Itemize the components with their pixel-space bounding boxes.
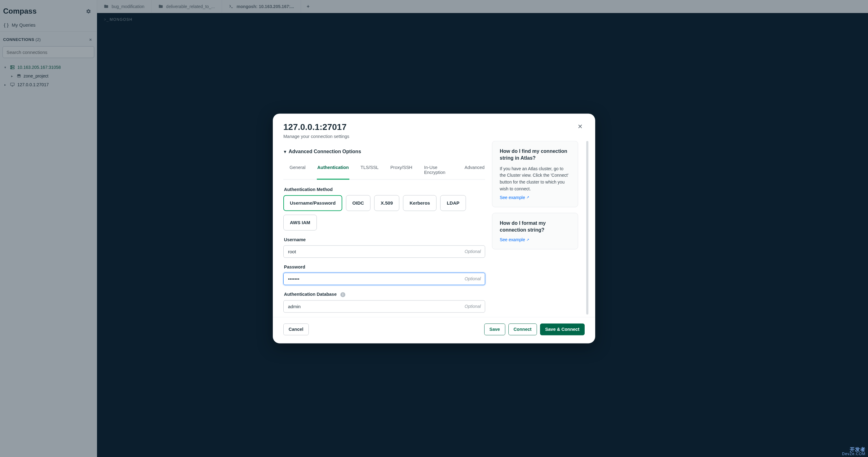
tab-encryption[interactable]: In-Use Encryption — [424, 161, 453, 180]
pill-kerberos[interactable]: Kerberos — [403, 195, 436, 211]
username-label: Username — [284, 237, 485, 242]
username-wrap: Optional — [283, 245, 485, 257]
pill-aws-iam[interactable]: AWS IAM — [283, 215, 317, 231]
authdb-input[interactable] — [283, 300, 485, 313]
pill-x509[interactable]: X.509 — [374, 195, 399, 211]
username-input[interactable] — [283, 245, 485, 257]
modal-title: 127.0.0.1:27017 — [283, 122, 349, 132]
scrollbar[interactable] — [586, 141, 588, 314]
modal-header: 127.0.0.1:27017 Manage your connection s… — [273, 114, 595, 141]
cancel-button[interactable]: Cancel — [283, 324, 309, 335]
advanced-options-toggle[interactable]: ▾ Advanced Connection Options — [283, 141, 485, 156]
help2-link-text: See example — [500, 238, 525, 242]
help-card-atlas: How do I find my connection string in At… — [492, 141, 578, 207]
tab-tls[interactable]: TLS/SSL — [360, 161, 379, 180]
pill-username-password[interactable]: Username/Password — [283, 195, 342, 211]
advanced-options-label: Advanced Connection Options — [289, 149, 361, 154]
authdb-wrap: Optional — [283, 300, 485, 313]
connection-modal: 127.0.0.1:27017 Manage your connection s… — [273, 114, 595, 343]
authdb-label-text: Authentication Database — [284, 292, 337, 297]
modal-right-column: How do I find my connection string in At… — [492, 141, 578, 314]
info-icon[interactable]: i — [340, 293, 345, 297]
connect-button[interactable]: Connect — [508, 324, 537, 335]
pill-ldap[interactable]: LDAP — [440, 195, 466, 211]
connection-tabs: General Authentication TLS/SSL Proxy/SSH… — [283, 161, 485, 180]
watermark-l2: DevZe.COM — [842, 452, 866, 456]
help1-link-text: See example — [500, 195, 525, 200]
tab-general[interactable]: General — [289, 161, 306, 180]
footer-right: Save Connect Save & Connect — [484, 324, 585, 335]
modal-left-column: ▾ Advanced Connection Options General Au… — [283, 141, 485, 314]
modal-body: ▾ Advanced Connection Options General Au… — [273, 141, 595, 317]
help-card-format: How do I format my connection string? Se… — [492, 213, 578, 250]
help1-body: If you have an Atlas cluster, go to the … — [500, 165, 570, 192]
modal-footer: Cancel Save Connect Save & Connect — [273, 317, 595, 343]
help2-link[interactable]: See example ↗ — [500, 238, 529, 242]
password-wrap: Optional — [283, 273, 485, 285]
pill-oidc[interactable]: OIDC — [346, 195, 371, 211]
external-link-icon: ↗ — [526, 238, 529, 242]
tab-advanced[interactable]: Advanced — [464, 161, 486, 180]
close-button[interactable]: ✕ — [576, 122, 585, 131]
save-button[interactable]: Save — [484, 324, 505, 335]
watermark: 开发者 DevZe.COM — [842, 447, 866, 456]
authdb-label: Authentication Database i — [284, 292, 485, 297]
chevron-down-icon: ▾ — [284, 149, 286, 154]
help1-link[interactable]: See example ↗ — [500, 195, 529, 200]
tab-authentication[interactable]: Authentication — [317, 161, 350, 180]
auth-method-label: Authentication Method — [284, 187, 485, 192]
help1-title: How do I find my connection string in At… — [500, 148, 570, 162]
watermark-l1: 开发者 — [842, 447, 866, 452]
auth-method-pills: Username/Password OIDC X.509 Kerberos LD… — [283, 195, 485, 231]
tab-proxy[interactable]: Proxy/SSH — [390, 161, 413, 180]
help2-title: How do I format my connection string? — [500, 220, 570, 234]
password-input[interactable] — [283, 273, 485, 285]
password-label: Password — [284, 265, 485, 269]
external-link-icon: ↗ — [526, 195, 529, 200]
modal-subtitle: Manage your connection settings — [283, 134, 349, 139]
save-connect-button[interactable]: Save & Connect — [540, 324, 585, 335]
